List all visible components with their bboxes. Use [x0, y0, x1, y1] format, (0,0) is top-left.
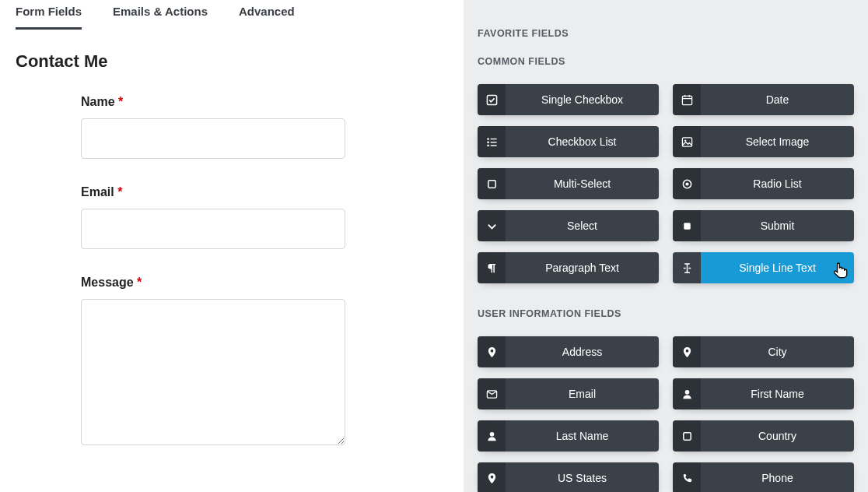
- common-fields-grid: Single Checkbox Date Checkbox List Selec…: [478, 84, 854, 283]
- user-info-fields-header: USER INFORMATION FIELDS: [478, 308, 854, 319]
- map-pin-icon: [673, 336, 701, 367]
- field-submit[interactable]: Submit: [673, 210, 854, 241]
- field-checkbox-list[interactable]: Checkbox List: [478, 126, 659, 157]
- svg-point-15: [685, 182, 688, 185]
- message-required-marker: *: [137, 276, 142, 289]
- field-label: Phone: [701, 472, 854, 484]
- field-last-name[interactable]: Last Name: [478, 420, 659, 452]
- field-first-name[interactable]: First Name: [673, 378, 854, 409]
- square-outline-icon: [673, 420, 701, 452]
- common-fields-section: COMMON FIELDS Single Checkbox Date Check…: [478, 56, 854, 283]
- field-date[interactable]: Date: [673, 84, 854, 115]
- field-label: Address: [506, 346, 659, 358]
- user-info-fields-grid: Address City Email First Name: [478, 336, 854, 492]
- field-phone[interactable]: Phone: [673, 462, 854, 492]
- field-label: US States: [506, 472, 659, 484]
- email-label: Email: [81, 185, 114, 199]
- name-required-marker: *: [118, 95, 123, 108]
- field-email[interactable]: Email: [478, 378, 659, 409]
- svg-rect-16: [684, 223, 690, 229]
- svg-point-20: [684, 389, 689, 394]
- message-textarea[interactable]: [81, 299, 345, 445]
- field-label: Date: [701, 93, 854, 106]
- tab-form-fields[interactable]: Form Fields: [16, 0, 82, 30]
- square-filled-icon: [673, 210, 701, 241]
- field-label: Paragraph Text: [506, 262, 659, 274]
- email-label-row: Email *: [81, 185, 383, 199]
- field-paragraph-text[interactable]: Paragraph Text: [478, 252, 659, 283]
- field-label: Radio List: [701, 177, 854, 190]
- field-country[interactable]: Country: [673, 420, 854, 452]
- fields-palette-panel: FAVORITE FIELDS COMMON FIELDS Single Che…: [464, 0, 868, 492]
- field-label: Checkbox List: [506, 135, 659, 148]
- list-icon: [478, 126, 506, 157]
- text-cursor-icon: [673, 252, 701, 283]
- email-input[interactable]: [81, 209, 345, 249]
- favorite-fields-header: FAVORITE FIELDS: [478, 28, 854, 39]
- field-name: Name *: [81, 95, 383, 159]
- map-pin-icon: [478, 336, 506, 367]
- field-label: Multi-Select: [506, 177, 659, 190]
- tab-advanced[interactable]: Advanced: [239, 0, 295, 30]
- paragraph-icon: [478, 252, 506, 283]
- field-radio-list[interactable]: Radio List: [673, 168, 854, 199]
- common-fields-header: COMMON FIELDS: [478, 56, 854, 67]
- svg-rect-7: [487, 144, 488, 146]
- field-label: Single Line Text: [701, 262, 854, 274]
- map-pin-icon: [478, 462, 506, 492]
- field-label: First Name: [701, 388, 854, 400]
- tab-emails-actions[interactable]: Emails & Actions: [113, 0, 208, 30]
- phone-icon: [673, 462, 701, 492]
- svg-rect-6: [487, 141, 488, 142]
- svg-rect-1: [682, 96, 691, 104]
- chevron-down-icon: [478, 210, 506, 241]
- field-multi-select[interactable]: Multi-Select: [478, 168, 659, 199]
- field-label: Last Name: [506, 430, 659, 442]
- svg-rect-10: [490, 145, 496, 146]
- field-select[interactable]: Select: [478, 210, 659, 241]
- tab-bar: Form Fields Emails & Actions Advanced: [16, 0, 448, 30]
- message-label-row: Message *: [81, 276, 383, 290]
- field-address[interactable]: Address: [478, 336, 659, 367]
- field-select-image[interactable]: Select Image: [673, 126, 854, 157]
- svg-rect-5: [487, 138, 488, 139]
- field-email: Email *: [81, 185, 383, 249]
- user-icon: [673, 378, 701, 409]
- svg-rect-9: [490, 142, 496, 142]
- name-label: Name: [81, 95, 115, 108]
- square-outline-icon: [478, 168, 506, 199]
- svg-rect-8: [490, 138, 496, 139]
- user-info-fields-section: USER INFORMATION FIELDS Address City Ema…: [478, 308, 854, 492]
- form-body: Name * Email * Message *: [16, 95, 448, 448]
- field-message: Message *: [81, 276, 383, 448]
- field-label: City: [701, 346, 854, 358]
- name-input[interactable]: [81, 118, 345, 159]
- field-label: Single Checkbox: [506, 93, 659, 106]
- envelope-icon: [478, 378, 506, 409]
- field-label: Select Image: [701, 135, 854, 148]
- user-icon: [478, 420, 506, 452]
- message-label: Message: [81, 276, 134, 289]
- form-title[interactable]: Contact Me: [16, 51, 448, 72]
- field-label: Email: [506, 388, 659, 400]
- form-editor-panel: Form Fields Emails & Actions Advanced Co…: [0, 0, 464, 492]
- radio-icon: [673, 168, 701, 199]
- field-label: Country: [701, 430, 854, 442]
- field-single-checkbox[interactable]: Single Checkbox: [478, 84, 659, 115]
- svg-point-21: [489, 431, 494, 436]
- calendar-icon: [673, 84, 701, 115]
- svg-rect-22: [683, 432, 690, 439]
- image-icon: [673, 126, 701, 157]
- field-city[interactable]: City: [673, 336, 854, 367]
- field-label: Select: [506, 220, 659, 232]
- svg-rect-11: [682, 137, 691, 146]
- field-single-line-text[interactable]: Single Line Text: [673, 252, 854, 283]
- field-us-states[interactable]: US States: [478, 462, 659, 492]
- svg-point-12: [684, 139, 685, 141]
- checkbox-checked-icon: [478, 84, 506, 115]
- name-label-row: Name *: [81, 95, 383, 109]
- field-label: Submit: [701, 220, 854, 232]
- email-required-marker: *: [117, 185, 122, 199]
- svg-rect-13: [488, 180, 495, 187]
